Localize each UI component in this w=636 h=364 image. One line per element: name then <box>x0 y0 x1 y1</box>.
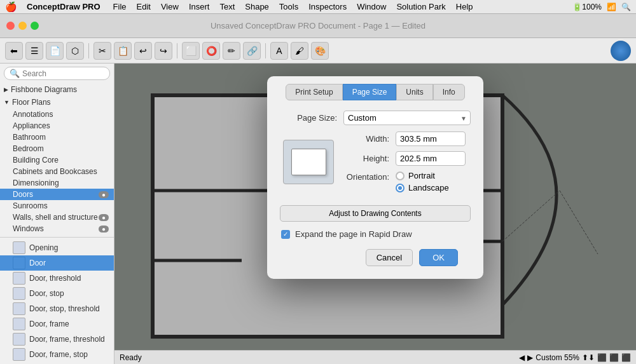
toolbar-btn-1[interactable]: ⬅ <box>5 42 23 60</box>
sidebar-item-windows[interactable]: Windows ● <box>0 223 114 234</box>
toolbar-btn-9[interactable]: ⬜ <box>182 42 200 60</box>
tab-page-size[interactable]: Page Size <box>343 84 397 100</box>
toolbar-btn-15[interactable]: 🎨 <box>311 42 329 60</box>
cancel-button[interactable]: Cancel <box>366 249 413 266</box>
list-item-door-frame-threshold[interactable]: Door, frame, threshold <box>0 332 114 347</box>
list-item-door-threshold[interactable]: Door, threshold <box>0 271 114 286</box>
toolbar-sep-3 <box>265 43 266 58</box>
list-item-door-frame[interactable]: Door, frame <box>0 316 114 332</box>
toolbar-btn-7[interactable]: ↩ <box>134 42 152 60</box>
page-size-select[interactable]: Custom <box>343 111 471 125</box>
list-item-opening[interactable]: Opening <box>0 240 114 255</box>
portrait-radio-btn[interactable] <box>396 172 404 180</box>
toolbar-btn-12[interactable]: 🔗 <box>243 42 261 60</box>
toolbar-btn-4[interactable]: ⬡ <box>66 42 84 60</box>
height-input[interactable] <box>396 151 466 166</box>
orientation-row: Orientation: Portrait <box>345 171 471 192</box>
zoom-prev-icon[interactable]: ◀ <box>519 353 525 362</box>
window-controls <box>6 22 39 30</box>
menu-file[interactable]: File <box>109 1 131 12</box>
menu-inspectors[interactable]: Inspectors <box>304 1 351 12</box>
orientation-radio-group: Portrait Landscape <box>396 171 449 192</box>
toolbar-btn-3[interactable]: 📄 <box>46 42 64 60</box>
item-icon <box>13 272 25 285</box>
sidebar-item-annotations[interactable]: Annotations <box>0 109 114 120</box>
menu-shape[interactable]: Shape <box>240 1 273 12</box>
toolbar-btn-11[interactable]: ✏ <box>223 42 240 60</box>
zoom-level: Custom 55% <box>536 353 579 362</box>
page-nav-3[interactable]: ⬛ <box>621 353 631 362</box>
expand-page-checkbox[interactable]: ✓ <box>281 230 290 239</box>
sidebar-item-building-core[interactable]: Building Core <box>0 154 114 166</box>
radio-dot <box>398 186 402 190</box>
menu-tools[interactable]: Tools <box>275 1 303 12</box>
dialog-buttons: Cancel OK <box>280 249 471 266</box>
sidebar-category-fishbone[interactable]: ▶ Fishbone Diagrams <box>0 83 114 96</box>
zoom-adjust-icon[interactable]: ⬆⬇ <box>582 353 595 362</box>
menu-insert[interactable]: Insert <box>184 1 214 12</box>
page-nav-1[interactable]: ⬛ <box>597 353 607 362</box>
item-icon <box>13 241 25 254</box>
page-size-label: Page Size: <box>280 113 337 123</box>
page-nav-2[interactable]: ⬛ <box>609 353 619 362</box>
ok-button[interactable]: OK <box>419 249 458 266</box>
toolbar-btn-13[interactable]: A <box>270 42 288 60</box>
sidebar-item-cabinets[interactable]: Cabinets and Bookcases <box>0 166 114 177</box>
menubar-right: 🔋100% 📶 🔍 <box>572 3 631 11</box>
tab-info[interactable]: Info <box>433 84 465 100</box>
adjust-drawing-btn[interactable]: Adjust to Drawing Contents <box>280 205 471 222</box>
list-item-door[interactable]: Door <box>0 255 114 271</box>
canvas-area[interactable]: Print Setup Page Size Units Info Page Si… <box>114 64 636 364</box>
toolbar-btn-5[interactable]: ✂ <box>93 42 111 60</box>
list-item-door-stop-threshold[interactable]: Door, stop, threshold <box>0 301 114 316</box>
sidebar-item-doors[interactable]: Doors ● <box>0 189 114 200</box>
close-button[interactable] <box>6 22 15 30</box>
maximize-button[interactable] <box>31 22 39 30</box>
arrow-icon: ▶ <box>4 86 8 93</box>
toolbar-btn-10[interactable]: ⭕ <box>202 42 220 60</box>
globe-icon <box>611 41 631 61</box>
tab-units[interactable]: Units <box>396 84 432 100</box>
landscape-label: Landscape <box>408 183 449 192</box>
sidebar-item-bathroom[interactable]: Bathroom <box>0 131 114 143</box>
sidebar-category-floorplans[interactable]: ▼ Floor Plans <box>0 96 114 109</box>
menu-view[interactable]: View <box>156 1 183 12</box>
sidebar-item-dimensioning[interactable]: Dimensioning <box>0 177 114 189</box>
list-item-door-stop[interactable]: Door, stop <box>0 286 114 301</box>
zoom-next-icon[interactable]: ▶ <box>527 353 533 362</box>
tab-print-setup[interactable]: Print Setup <box>286 84 342 100</box>
sidebar-item-appliances[interactable]: Appliances <box>0 120 114 131</box>
dimensions-area: Width: Height: Orientation: <box>345 131 471 199</box>
toolbar: ⬅ ☰ 📄 ⬡ ✂ 📋 ↩ ↪ ⬜ ⭕ ✏ 🔗 A 🖌 🎨 <box>0 38 636 64</box>
menu-window[interactable]: Window <box>352 1 391 12</box>
menu-edit[interactable]: Edit <box>132 1 155 12</box>
toolbar-btn-6[interactable]: 📋 <box>114 42 132 60</box>
radio-landscape[interactable]: Landscape <box>396 183 449 192</box>
item-icon <box>13 333 25 346</box>
search-input[interactable] <box>22 69 104 78</box>
page-size-select-wrap[interactable]: Custom ▼ <box>343 111 471 125</box>
radio-portrait[interactable]: Portrait <box>396 171 449 180</box>
toolbar-btn-2[interactable]: ☰ <box>25 42 43 60</box>
minimize-button[interactable] <box>18 22 27 30</box>
menu-help[interactable]: Help <box>452 1 478 12</box>
width-input[interactable] <box>396 131 466 146</box>
sidebar-search-area: 🔍 <box>0 64 114 83</box>
page-preview <box>283 140 334 184</box>
dialog-overlay: Print Setup Page Size Units Info Page Si… <box>114 64 636 364</box>
toolbar-btn-8[interactable]: ↪ <box>155 42 172 60</box>
item-icon <box>13 302 25 315</box>
portrait-label: Portrait <box>408 171 435 180</box>
sidebar-item-bedroom[interactable]: Bedroom <box>0 143 114 154</box>
list-item-door-frame-stop[interactable]: Door, frame, stop <box>0 347 114 362</box>
sidebar-item-sunrooms[interactable]: Sunrooms <box>0 200 114 212</box>
zoom-controls: ◀ ▶ Custom 55% ⬆⬇ ⬛ ⬛ ⬛ <box>519 353 631 362</box>
arrow-icon: ▼ <box>4 99 10 105</box>
sidebar-item-walls[interactable]: Walls, shell and structure ● <box>0 212 114 223</box>
landscape-radio-btn[interactable] <box>396 184 404 192</box>
menu-text[interactable]: Text <box>215 1 239 12</box>
app-name[interactable]: ConceptDraw PRO <box>22 1 105 12</box>
menu-solution-park[interactable]: Solution Park <box>392 1 450 12</box>
search-icon[interactable]: 🔍 <box>621 3 631 11</box>
toolbar-btn-14[interactable]: 🖌 <box>291 42 308 60</box>
